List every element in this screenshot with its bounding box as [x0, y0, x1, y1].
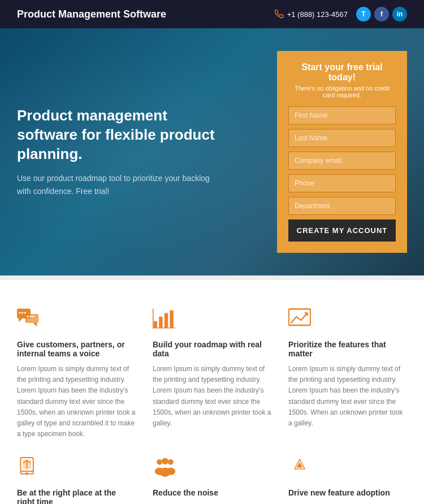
svg-point-23 [162, 458, 168, 464]
feature-voice-text: Lorem Ipsum is simply dummy text of the … [17, 364, 136, 440]
svg-marker-3 [33, 323, 37, 326]
chart-icon [153, 308, 271, 333]
svg-point-27 [159, 468, 171, 477]
tablet-icon [17, 456, 136, 481]
hero-text: Product management software for flexible… [17, 106, 220, 197]
first-name-input[interactable] [288, 106, 396, 124]
svg-marker-1 [19, 318, 22, 322]
last-name-input[interactable] [288, 129, 396, 147]
twitter-link[interactable]: T [356, 7, 371, 21]
svg-rect-2 [25, 314, 38, 323]
hero-heading: Product management software for flexible… [17, 106, 220, 163]
trend-icon [288, 308, 407, 333]
feature-adoption-title: Drive new feature adoption [288, 488, 407, 497]
site-title: Product Management Software [17, 8, 166, 20]
svg-rect-4 [27, 316, 29, 317]
phone-text: +1 (888) 123-4567 [287, 10, 348, 19]
chat-icon [17, 308, 136, 333]
form-subtitle: There's no obligation and no credit card… [288, 85, 396, 98]
svg-rect-10 [154, 321, 157, 328]
phone-input[interactable] [288, 174, 396, 192]
svg-rect-14 [153, 328, 175, 329]
svg-point-19 [26, 473, 27, 474]
hero-subtext: Use our product roadmap tool to prioriti… [17, 172, 220, 197]
features-section: Give customers, partners, or internal te… [0, 280, 424, 504]
recycle-icon [288, 456, 407, 481]
svg-rect-5 [29, 316, 31, 317]
people-icon [153, 456, 271, 481]
feature-noise-title: Reduce the noise [153, 488, 271, 497]
features-grid: Give customers, partners, or internal te… [17, 308, 407, 504]
company-email-input[interactable] [288, 152, 396, 170]
phone-icon [275, 10, 284, 19]
svg-rect-12 [165, 313, 168, 328]
svg-rect-11 [159, 317, 162, 328]
signup-form-panel: Start your free trial today! There's no … [277, 51, 407, 253]
feature-roadmap-title: Build your roadmap with real data [153, 340, 271, 358]
feature-place: Be at the right place at the right time … [17, 456, 136, 504]
feature-roadmap: Build your roadmap with real data Lorem … [153, 308, 271, 440]
section-divider [0, 275, 424, 280]
linkedin-link[interactable]: in [392, 7, 407, 21]
header: Product Management Software +1 (888) 123… [0, 0, 424, 28]
create-account-button[interactable]: CREATE MY ACCOUNT [288, 219, 396, 242]
feature-adoption: Drive new feature adoption Lorem Ipsum i… [288, 456, 407, 504]
feature-voice-title: Give customers, partners, or internal te… [17, 340, 136, 358]
hero-section: Product management software for flexible… [0, 28, 424, 275]
svg-point-24 [168, 459, 174, 465]
svg-rect-15 [153, 308, 154, 328]
svg-rect-13 [170, 311, 173, 328]
svg-point-22 [157, 459, 162, 465]
feature-voice: Give customers, partners, or internal te… [17, 308, 136, 440]
svg-rect-8 [21, 312, 23, 313]
feature-roadmap-text: Lorem Ipsum is simply dummy text of the … [153, 364, 271, 429]
form-title: Start your free trial today! [288, 62, 396, 83]
feature-prioritize: Prioritize the features that matter Lore… [288, 308, 407, 440]
phone-number: +1 (888) 123-4567 [275, 10, 348, 19]
svg-rect-9 [24, 312, 26, 313]
svg-rect-7 [19, 312, 20, 313]
social-links: T f in [356, 7, 407, 21]
feature-prioritize-title: Prioritize the features that matter [288, 340, 407, 358]
feature-place-title: Be at the right place at the right time [17, 488, 136, 504]
facebook-link[interactable]: f [374, 7, 389, 21]
header-right: +1 (888) 123-4567 T f in [275, 7, 407, 21]
svg-rect-6 [32, 316, 34, 317]
feature-prioritize-text: Lorem Ipsum is simply dummy text of the … [288, 364, 407, 429]
feature-noise: Reduce the noise Lorem Ipsum is simply d… [153, 456, 271, 504]
department-input[interactable] [288, 197, 396, 215]
